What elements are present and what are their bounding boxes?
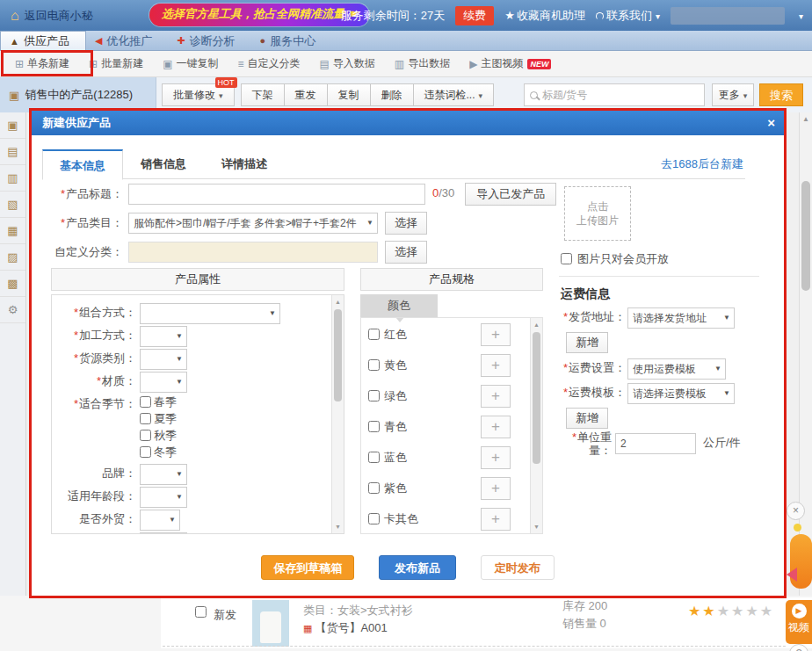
promo-banner[interactable]: 选择官方星工具，抢占全网精准流量☛ xyxy=(149,4,369,26)
add-template-button[interactable]: 新增 xyxy=(566,408,608,429)
toolbar-button-icon: ⊞ xyxy=(89,58,98,70)
upload-image-button[interactable]: 点击上传图片 xyxy=(564,186,631,241)
add-spec-button[interactable]: + xyxy=(481,323,511,346)
dialog-tab[interactable]: 基本信息 xyxy=(42,149,123,180)
scroll-up-icon[interactable]: ▲ xyxy=(800,115,812,123)
barcode-icon: ▦ xyxy=(303,623,312,633)
attribute-select[interactable] xyxy=(140,372,187,393)
add-spec-button[interactable]: + xyxy=(481,508,511,531)
nav-tab[interactable]: ◀ 优化推广 xyxy=(86,31,168,51)
row-checkbox[interactable] xyxy=(195,606,207,618)
list-action-button[interactable]: 下架 xyxy=(241,83,285,106)
product-thumbnail[interactable] xyxy=(252,600,289,647)
add-spec-button[interactable]: + xyxy=(481,477,511,500)
toolbar-export-data[interactable]: ▥ 导出数据 xyxy=(387,54,458,74)
attribute-select[interactable] xyxy=(140,510,180,531)
scroll-down-icon[interactable]: ▼ xyxy=(332,524,344,530)
attribute-select[interactable] xyxy=(140,464,187,485)
list-action-button[interactable]: 复制 xyxy=(327,83,371,106)
category-choose-button[interactable]: 选择 xyxy=(385,212,427,235)
toolbar-create-batch[interactable]: ⊞ 批量新建 xyxy=(81,54,151,74)
search-button[interactable]: 搜索 xyxy=(759,83,803,106)
season-checkbox[interactable]: 夏季 xyxy=(140,410,177,427)
custom-category-choose-button[interactable]: 选择 xyxy=(385,241,427,264)
product-title-input[interactable] xyxy=(128,184,425,205)
contact-us-menu[interactable]: 联系我们 xyxy=(596,8,660,24)
toolbar-create-single[interactable]: ⊞ 单条新建 xyxy=(7,54,77,74)
scrollbar-thumb[interactable] xyxy=(334,309,342,401)
add-spec-button[interactable]: + xyxy=(481,446,511,469)
add-spec-button[interactable]: + xyxy=(481,354,511,377)
season-checkbox[interactable]: 秋季 xyxy=(140,427,177,444)
specs-scrollbar[interactable]: ▲ ▼ xyxy=(530,318,542,533)
attribute-select[interactable] xyxy=(140,303,280,324)
list-action-button[interactable]: 删除 xyxy=(370,83,414,106)
more-button[interactable]: 更多 xyxy=(712,83,754,106)
schedule-publish-button[interactable]: 定时发布 xyxy=(481,555,555,580)
specs-header: 产品规格 xyxy=(360,268,543,291)
color-spec-tab[interactable]: 颜色 xyxy=(360,294,438,317)
video-help-button[interactable]: ▶ 视频 xyxy=(786,600,812,644)
shipping-template-select[interactable]: 请选择运费模板 xyxy=(627,383,735,404)
season-checkbox[interactable]: 冬季 xyxy=(140,444,177,460)
promo-mascot[interactable] xyxy=(788,522,812,597)
scrollbar-thumb[interactable] xyxy=(533,332,540,464)
color-checkbox[interactable] xyxy=(368,452,380,463)
nav-tab[interactable]: ✚ 诊断分析 xyxy=(168,31,250,51)
service-icon: ● xyxy=(260,36,266,46)
scroll-up-icon[interactable]: ▲ xyxy=(531,322,542,328)
nav-tab[interactable]: ● 服务中心 xyxy=(251,31,332,51)
toolbar-custom-category[interactable]: ≡ 自定义分类 xyxy=(229,54,308,74)
search-input[interactable] xyxy=(542,89,683,101)
attribute-select[interactable] xyxy=(140,326,187,347)
import-published-button[interactable]: 导入已发产品 xyxy=(465,183,556,206)
category-select[interactable]: 服饰配件>围巾/帽子/手套 多件套>帽子+手套2件 xyxy=(128,213,378,234)
attributes-scrollbar[interactable]: ▲ ▼ xyxy=(331,295,344,533)
toolbar-import-data[interactable]: ▤ 导入数据 xyxy=(311,54,382,74)
publish-button[interactable]: 发布新品 xyxy=(379,555,456,580)
list-action-button[interactable]: 违禁词检... xyxy=(413,83,495,106)
star-icon xyxy=(760,604,774,618)
color-checkbox[interactable] xyxy=(368,482,380,494)
batch-edit-button[interactable]: 批量修改HOT xyxy=(162,83,235,106)
scroll-down-icon[interactable]: ▼ xyxy=(531,524,542,530)
attribute-select[interactable] xyxy=(140,487,187,508)
dialog-tab[interactable]: 详情描述 xyxy=(204,149,285,179)
attribute-select[interactable] xyxy=(140,532,187,534)
member-only-checkbox[interactable]: 图片只对会员开放 xyxy=(561,251,669,267)
toolbar-main-video[interactable]: ▶ 主图视频 NEW xyxy=(461,54,559,74)
user-account-redacted[interactable] xyxy=(671,7,785,25)
dialog-tab[interactable]: 销售信息 xyxy=(123,149,204,179)
unit-weight-input[interactable] xyxy=(615,433,696,454)
color-checkbox[interactable] xyxy=(368,421,380,432)
sales-label: 销售量 0 xyxy=(562,616,606,632)
char-counter: 0/30 xyxy=(432,186,454,199)
scrollbar-thumb[interactable] xyxy=(801,181,810,291)
product-list-header: ▣ 销售中的产品(12285) 批量修改HOT 下架 重发 复制 删除 违禁词检… xyxy=(0,77,812,112)
color-checkbox[interactable] xyxy=(368,390,380,401)
favorite-link[interactable]: ★收藏商机助理 xyxy=(504,8,585,24)
add-spec-button[interactable]: + xyxy=(481,416,511,438)
color-checkbox[interactable] xyxy=(368,513,380,524)
list-action-button[interactable]: 重发 xyxy=(284,83,328,106)
add-spec-button[interactable]: + xyxy=(481,385,511,408)
toolbar-button-icon: ≡ xyxy=(237,58,243,70)
color-checkbox[interactable] xyxy=(368,329,380,340)
season-checkbox[interactable]: 春季 xyxy=(140,394,177,410)
floating-close-button[interactable]: × xyxy=(787,502,805,520)
shipping-address-select[interactable]: 请选择发货地址 xyxy=(627,307,735,329)
scroll-up-icon[interactable]: ▲ xyxy=(332,299,344,305)
add-address-button[interactable]: 新增 xyxy=(566,332,608,353)
shipping-fee-select[interactable]: 使用运费模板 xyxy=(627,358,726,380)
user-menu-caret[interactable] xyxy=(795,9,803,22)
save-draft-button[interactable]: 保存到草稿箱 xyxy=(261,555,354,580)
color-checkbox[interactable] xyxy=(368,359,380,371)
toolbar-one-click-copy[interactable]: ▣ 一键复制 xyxy=(155,54,226,74)
attribute-select[interactable] xyxy=(140,349,187,370)
color-option-row: 绿色 + xyxy=(361,383,542,414)
renew-button[interactable]: 续费 xyxy=(455,6,494,25)
nav-tab[interactable]: ▲ 供应产品 xyxy=(0,31,86,51)
sidebar-item-selling-products[interactable]: ▣ 销售中的产品(12285) xyxy=(0,77,156,112)
back-to-assistant-link[interactable]: 返回电商小秘 xyxy=(25,8,93,24)
toolbar-button-icon: ▤ xyxy=(319,58,329,70)
